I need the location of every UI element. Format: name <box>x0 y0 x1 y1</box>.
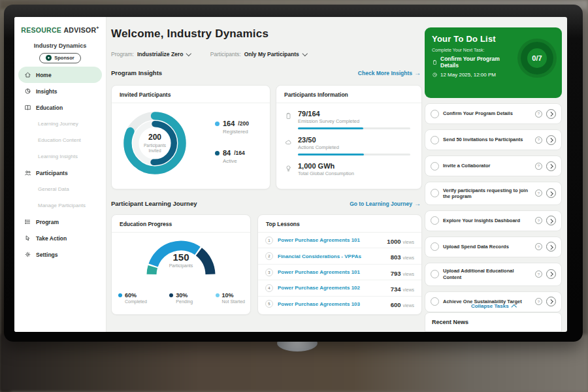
task-checkbox[interactable] <box>431 136 439 144</box>
chevron-right-icon[interactable] <box>546 109 556 119</box>
top-lessons-list: 1 Power Purchase Agreements 101 1000view… <box>258 233 421 312</box>
app-logo: RESOURCE ADVISOR+ <box>14 25 106 34</box>
gauge-label: Participants <box>112 263 250 268</box>
sidebar-item-label: Settings <box>36 252 58 258</box>
task-label: Send 50 Invitations to Participants <box>443 137 531 142</box>
info-icon[interactable]: ? <box>535 217 542 224</box>
todo-progress-value: 0/7 <box>532 54 542 62</box>
info-icon[interactable]: ? <box>535 243 542 250</box>
recent-news-title: Recent News <box>432 319 468 325</box>
lesson-link[interactable]: Power Purchase Agreements 101 <box>278 269 386 275</box>
sponsor-badge: Sponsor <box>39 53 80 63</box>
chevron-right-icon[interactable] <box>546 135 556 145</box>
gauge-center: 150 Participants <box>112 252 250 268</box>
home-icon <box>24 71 31 78</box>
task-checkbox[interactable] <box>431 162 439 171</box>
progress-fill <box>298 154 364 155</box>
sidebar-item-label: Insights <box>36 88 57 95</box>
sidebar-item-home[interactable]: Home <box>18 67 102 83</box>
lesson-link[interactable]: Power Purchase Agreements 103 <box>278 301 386 307</box>
lightbulb-icon <box>284 164 293 172</box>
program-select[interactable]: Program:Industrialize Zero <box>111 51 191 57</box>
sidebar-item-learning-journey[interactable]: Learning Journey <box>14 116 106 132</box>
legend-pending: 30% Pending <box>169 292 193 304</box>
chevron-down-icon <box>302 50 308 56</box>
lesson-link[interactable]: Power Purchase Agreements 101 <box>278 237 382 243</box>
legend-active: 84/164 Active <box>215 149 249 164</box>
sidebar-item-learning-insights[interactable]: Learning Insights <box>14 148 106 165</box>
lesson-views: 803 <box>391 253 401 261</box>
task-checkbox[interactable] <box>431 216 439 225</box>
chevron-right-icon[interactable] <box>546 188 556 198</box>
sidebar-item-general-data[interactable]: General Data <box>14 181 106 197</box>
chevron-right-icon[interactable] <box>546 269 556 279</box>
info-icon[interactable]: ? <box>535 137 542 144</box>
education-icon <box>24 104 31 111</box>
link-label: Go to Learning Journey <box>350 201 412 207</box>
chevron-right-icon[interactable] <box>546 216 556 225</box>
top-lessons-card: Top Lessons 1 Power Purchase Agreements … <box>257 214 422 315</box>
sidebar-item-education-content[interactable]: Education Content <box>14 132 106 148</box>
participants-icon <box>24 169 31 176</box>
lesson-row: 3 Power Purchase Agreements 101 793views <box>258 264 421 280</box>
todo-task[interactable]: Upload Spend Data Records ? <box>425 237 562 257</box>
collapse-tasks-link[interactable]: Collapse Tasks <box>425 303 562 309</box>
sidebar-item-label: Learning Journey <box>38 121 78 127</box>
stat-value: 23/50 <box>298 136 410 144</box>
sidebar-item-label: Education Content <box>38 137 81 143</box>
stat-label: Emission Survey Completed <box>298 118 410 124</box>
sidebar-item-settings[interactable]: Settings <box>14 246 106 263</box>
todo-task[interactable]: Invite a Collaborator ? <box>425 155 562 176</box>
sponsor-icon <box>46 55 52 61</box>
task-checkbox[interactable] <box>431 242 439 251</box>
info-icon[interactable]: ? <box>535 110 542 118</box>
info-icon[interactable]: ? <box>535 163 542 170</box>
participants-select[interactable]: Participants:Only My Participants <box>210 51 306 57</box>
info-icon[interactable]: ? <box>535 270 542 278</box>
registered-value: 164 <box>223 120 235 127</box>
gauge-value: 150 <box>112 252 250 263</box>
gauge-legend: 60% Completed 30% Pending 10% Not Starte… <box>118 292 245 304</box>
sidebar-item-take-action[interactable]: Take Action <box>14 230 106 246</box>
invited-total: 200 <box>148 133 161 142</box>
logo-primary: RESOURCE <box>21 26 61 34</box>
sidebar-item-program[interactable]: Program <box>14 214 106 230</box>
task-label: Invite a Collaborator <box>443 163 531 169</box>
task-checkbox[interactable] <box>431 189 439 197</box>
page-title: Welcome, Industry Dynamics <box>111 27 269 41</box>
sidebar-item-education[interactable]: Education <box>14 99 106 116</box>
todo-task[interactable]: Send 50 Invitations to Participants ? <box>425 129 562 150</box>
todo-summary-card: Your To Do List Complete Your Next Task:… <box>425 27 562 98</box>
program-filter-value: Industrialize Zero <box>137 51 183 57</box>
sidebar: RESOURCE ADVISOR+ Industry Dynamics Spon… <box>14 17 106 332</box>
sidebar-item-manage-participants[interactable]: Manage Participants <box>14 197 106 214</box>
org-name: Industry Dynamics <box>14 42 106 49</box>
registered-label: Registered <box>223 129 249 135</box>
views-suffix: views <box>402 287 414 292</box>
card-title: Participants Information <box>276 86 421 103</box>
todo-task[interactable]: Explore Your Insights Dashboard ? <box>425 210 562 231</box>
check-more-insights-link[interactable]: Check More Insights→ <box>358 69 421 76</box>
todo-task[interactable]: Confirm Your Program Details ? <box>425 103 562 124</box>
monitor-bezel: RESOURCE ADVISOR+ Industry Dynamics Spon… <box>4 5 583 342</box>
lesson-link[interactable]: Financial Considerations - VPPAs <box>278 253 386 259</box>
go-to-learning-journey-link[interactable]: Go to Learning Journey→ <box>350 200 421 207</box>
participants-filter-value: Only My Participants <box>244 51 299 57</box>
task-label: Confirm Your Program Details <box>443 110 531 116</box>
chevron-right-icon[interactable] <box>546 242 556 252</box>
recent-news-card[interactable]: Recent News <box>425 312 562 332</box>
completed-label: Completed <box>125 299 147 304</box>
lesson-views: 1000 <box>387 238 400 245</box>
todo-task[interactable]: Upload Additional Educational Content ? <box>425 263 562 286</box>
todo-task[interactable]: Verify participants requesting to join t… <box>425 182 562 205</box>
sidebar-item-participants[interactable]: Participants <box>14 165 106 181</box>
info-icon[interactable]: ? <box>535 189 542 197</box>
sidebar-item-insights[interactable]: Insights <box>14 83 106 99</box>
chevron-right-icon[interactable] <box>546 161 556 171</box>
task-checkbox[interactable] <box>431 270 439 278</box>
task-checkbox[interactable] <box>431 110 439 118</box>
lesson-link[interactable]: Power Purchase Agreements 102 <box>278 285 386 291</box>
progress-fill <box>298 127 363 129</box>
sidebar-item-label: General Data <box>38 186 69 192</box>
donut-center: 200 Participants Invited <box>121 109 189 177</box>
